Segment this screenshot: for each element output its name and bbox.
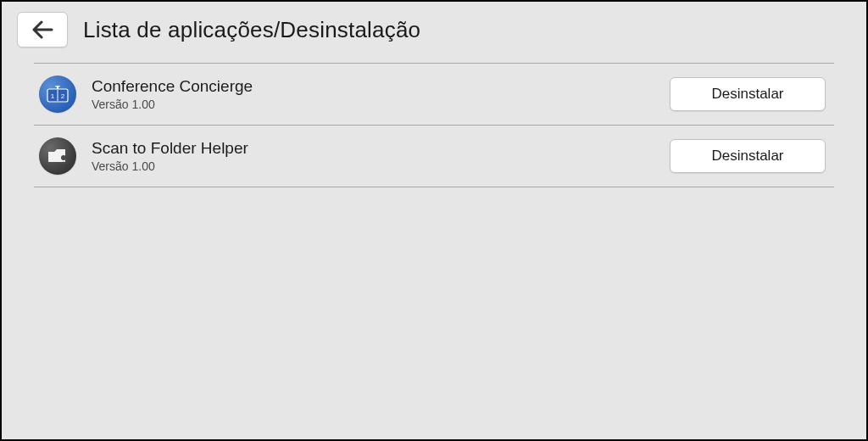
app-icon-scan [39, 137, 76, 175]
app-icon-conference: 1 2 [39, 75, 76, 113]
svg-text:1: 1 [51, 92, 55, 100]
svg-text:2: 2 [61, 92, 65, 100]
app-name: Scan to Folder Helper [92, 139, 670, 158]
conference-icon: 1 2 [47, 86, 69, 103]
screen: Lista de aplicações/Desinstalação 1 2 Co… [2, 2, 866, 439]
app-row: 1 2 Conference Concierge Versão 1.00 Des… [34, 64, 834, 126]
app-text: Scan to Folder Helper Versão 1.00 [92, 139, 670, 173]
uninstall-button[interactable]: Desinstalar [670, 139, 826, 173]
header: Lista de aplicações/Desinstalação [2, 2, 866, 63]
folder-person-icon [47, 147, 69, 165]
uninstall-button[interactable]: Desinstalar [670, 77, 826, 111]
svg-point-2 [55, 86, 60, 87]
app-row: Scan to Folder Helper Versão 1.00 Desins… [34, 126, 834, 187]
app-text: Conference Concierge Versão 1.00 [92, 77, 670, 111]
app-version: Versão 1.00 [92, 98, 670, 111]
arrow-left-icon [31, 20, 53, 39]
app-name: Conference Concierge [92, 77, 670, 96]
app-list: 1 2 Conference Concierge Versão 1.00 Des… [34, 63, 834, 187]
svg-point-6 [61, 155, 66, 160]
back-button[interactable] [17, 12, 68, 47]
page-title: Lista de aplicações/Desinstalação [83, 17, 420, 43]
app-version: Versão 1.00 [92, 159, 670, 173]
